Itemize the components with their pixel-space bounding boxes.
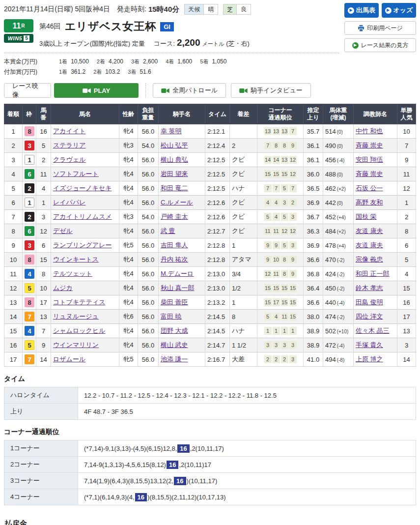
horse-name-link[interactable]: ムジカ (53, 284, 73, 292)
jockey-link[interactable]: 池添 謙一 (161, 355, 188, 363)
print-page-button[interactable]: 印刷用ページ (344, 21, 416, 35)
horse-name-link[interactable]: テルツェット (53, 270, 92, 277)
jockey-link[interactable]: 横山 典弘 (161, 156, 188, 163)
patrol-video-button[interactable]: 全周パトロール (153, 83, 226, 98)
corner-position-number: 9 (289, 256, 297, 263)
trainer-link[interactable]: 上原 博之 (356, 355, 383, 363)
trainer-link[interactable]: 斉藤 崇史 (356, 170, 383, 177)
jockey-link[interactable]: C.ルメール (161, 199, 193, 206)
jockey-link[interactable]: 富田 暁 (161, 313, 182, 320)
corner-position-number: 10 (273, 256, 280, 263)
trainer-link[interactable]: 宗像 義忠 (356, 256, 383, 263)
margin: ハナ (230, 181, 257, 196)
corner-positions: 9953 (257, 238, 304, 253)
trainer-link[interactable]: 田島 俊明 (356, 298, 383, 306)
payout-section-title: 払戻金 (4, 519, 416, 525)
margin: アタマ (230, 253, 257, 267)
odds-button[interactable]: ▶ オッズ (382, 3, 416, 18)
trainer-link[interactable]: 手塚 貴久 (356, 341, 383, 349)
trainer-link[interactable]: 友道 康夫 (356, 241, 383, 249)
column-header: タイム (205, 104, 230, 124)
horse-name-link[interactable]: アカイイト (53, 127, 86, 135)
jockey-link[interactable]: 岩田 望来 (161, 170, 188, 177)
print-page-label: 印刷用ページ (367, 24, 403, 32)
time-row-value: 4F 48.7 - 3F 36.5 (78, 404, 416, 420)
trainer-link[interactable]: 友道 康夫 (356, 227, 383, 234)
jockey-link[interactable]: 武 豊 (161, 227, 175, 234)
jockey-cell: 武 豊 (159, 224, 205, 238)
jockey-link[interactable]: 戸崎 圭太 (161, 213, 188, 220)
entries-button[interactable]: ▶ 出馬表 (344, 3, 379, 18)
trainer-link[interactable]: 安田 翔伍 (356, 156, 383, 163)
trainer-link[interactable]: 国枝 栄 (356, 213, 377, 220)
horse-name-link[interactable]: ウインキートス (53, 256, 99, 263)
horse-name-link[interactable]: ランブリングアレー (53, 241, 112, 249)
trainer-cell: 斉藤 崇史 (354, 167, 397, 181)
jockey-link[interactable]: 横山 武史 (161, 341, 188, 349)
horse-name-cell: レイパパレ (51, 196, 119, 210)
frame-number-badge: 8 (25, 297, 34, 307)
jockey-link[interactable]: 和田 竜二 (161, 184, 188, 192)
corner-position-number: 12 (289, 170, 297, 178)
body-weight: 494(-8) (323, 352, 354, 367)
sex-age: 牝4 (119, 124, 138, 139)
horse-name-link[interactable]: コトブキテティス (53, 298, 105, 306)
prize-amount: 4,200 (109, 57, 123, 67)
horse-name-link[interactable]: シャムロックヒル (53, 327, 105, 334)
body-weight: 474(-2) (323, 310, 354, 324)
horse-name-link[interactable]: デゼル (53, 227, 73, 234)
trainer-link[interactable]: 石坂 公一 (356, 184, 383, 192)
frame-cell: 2 (23, 210, 36, 224)
video-camera-icon (83, 88, 91, 93)
trainer-link[interactable]: 中竹 和也 (356, 127, 383, 135)
body-weight-diff: (-2) (337, 272, 345, 277)
horse-name-link[interactable]: ウインマリリン (53, 341, 99, 349)
finish-time: 2:14.5 (205, 324, 230, 338)
result-row: 524イズジョーノキセキ牝456.0和田 竜二2:12.5ハナ775736.54… (4, 181, 416, 196)
horse-number: 6 (36, 238, 51, 253)
prize-money: 本賞金(万円)1着10,5002着4,2003着2,6004着1,6005着1,… (4, 53, 339, 77)
trainer-link[interactable]: 佐々木 晶三 (356, 327, 390, 334)
result-row: 1659ウインマリリン牝456.0横山 武史2:14.71 1/2333338.… (4, 338, 416, 352)
horse-name-link[interactable]: リュヌルージュ (53, 313, 99, 320)
horse-name-link[interactable]: ステラリア (53, 142, 86, 149)
frame-number-badge: 6 (25, 169, 34, 179)
jockey-link[interactable]: 団野 大成 (161, 327, 188, 334)
jockey-link[interactable]: M.デムーロ (161, 270, 194, 277)
jockey-link[interactable]: 松山 弘平 (161, 142, 188, 149)
finish-position: 3 (4, 153, 23, 167)
corner-position-number: 12 (289, 156, 297, 164)
result-row: 1148テルツェット牝456.0M.デムーロ2:13.03/412118936.… (4, 267, 416, 281)
jockey-cell: 富田 暁 (159, 310, 205, 324)
column-header: 騎手名 (159, 104, 205, 124)
corner-positions: 541115 (257, 310, 304, 324)
trainer-link[interactable]: 和田 正一郎 (356, 270, 390, 277)
play-button[interactable]: PLAY (54, 83, 139, 98)
jockey-link[interactable]: 幸 英明 (161, 127, 182, 135)
horse-name-link[interactable]: ソフトフルート (53, 170, 99, 177)
win-popularity: 8 (397, 224, 416, 238)
jockey-link[interactable]: 秋山 真一郎 (161, 284, 195, 292)
trainer-cell: 石坂 公一 (354, 181, 397, 196)
trainer-link[interactable]: 鈴木 孝志 (356, 284, 383, 292)
horse-name-link[interactable]: ロザムール (53, 355, 85, 363)
corner-position-number: 15 (273, 284, 280, 292)
finish-position: 16 (4, 338, 23, 352)
trainer-link[interactable]: 高野 友和 (356, 199, 383, 206)
horse-name-link[interactable]: クラヴェル (53, 156, 86, 163)
jockey-link[interactable]: 丹内 祐次 (161, 256, 188, 263)
body-weight: 502(+10) (323, 324, 354, 338)
jockey-interview-button[interactable]: 騎手インタビュー (231, 83, 311, 98)
trainer-link[interactable]: 斉藤 崇史 (356, 142, 383, 149)
race-video-button[interactable]: レース映像 (4, 83, 51, 98)
trainer-link[interactable]: 四位 洋文 (356, 313, 383, 320)
corner-positions: 121189 (257, 267, 304, 281)
horse-name-link[interactable]: アカイトリノムスメ (53, 213, 112, 220)
jockey-link[interactable]: 柴田 善臣 (161, 298, 188, 306)
horse-name-link[interactable]: イズジョーノキセキ (53, 184, 112, 192)
how-to-read-button[interactable]: ▶ レース結果の見方 (344, 38, 416, 52)
trainer-cell: 中竹 和也 (354, 124, 397, 139)
jockey-link[interactable]: 吉田 隼人 (161, 241, 188, 249)
horse-name-link[interactable]: レイパパレ (53, 199, 86, 206)
corner-position-number: 3 (289, 341, 297, 349)
